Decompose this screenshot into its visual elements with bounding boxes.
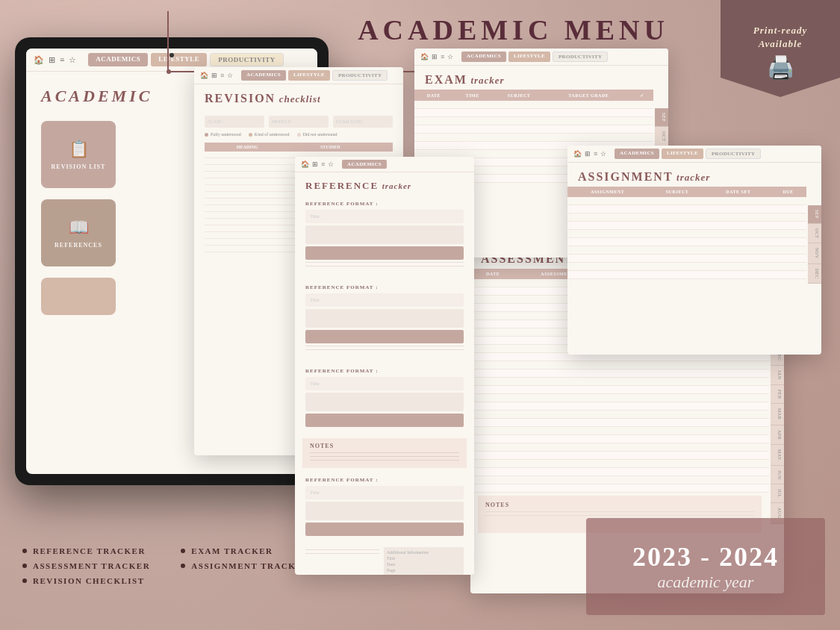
title-field-4[interactable]: Title <box>305 486 464 499</box>
add-info-row: Para <box>387 574 461 575</box>
bullet-exam: EXAM TRACKER <box>181 546 309 555</box>
table-row <box>414 117 653 125</box>
author-field-4[interactable] <box>305 523 464 536</box>
exam-date-field[interactable]: EXAM DATE : <box>333 116 393 128</box>
exam-productivity-tab[interactable]: PRODUCTIVITY <box>553 52 608 62</box>
rev-productivity-tab[interactable]: PRODUCTIVITY <box>332 70 388 81</box>
grid-icon[interactable]: ⊞ <box>49 55 55 65</box>
connection-dot <box>167 69 171 74</box>
table-row <box>414 109 653 117</box>
table-row <box>470 411 769 419</box>
assignment-page: 🏠 ⊞ ≡ ☆ ACADEMICS LIFESTYLE PRODUCTIVITY… <box>567 146 821 355</box>
title-field-2[interactable]: Title <box>305 293 464 307</box>
menu-icon[interactable]: ≡ <box>60 55 64 65</box>
revision-nav-tabs: ACADEMICS LIFESTYLE PRODUCTIVITY <box>241 70 388 81</box>
legend-full: Fully understood <box>205 132 241 137</box>
add-info-right: Additional Information Title Date Page P… <box>384 547 464 575</box>
academics-tab[interactable]: ACADEMICS <box>88 53 148 66</box>
table-row <box>470 427 769 435</box>
ref-grid-icon[interactable]: ⊞ <box>312 160 318 168</box>
asgn-tab-oct[interactable]: OCT <box>808 224 821 244</box>
exam-home-icon[interactable]: 🏠 <box>420 53 429 60</box>
asmt-tab-jul[interactable]: JUL <box>771 484 784 503</box>
author-field-2[interactable] <box>305 330 464 343</box>
ref-area-4[interactable] <box>305 502 464 520</box>
rev-home-icon[interactable]: 🏠 <box>200 72 208 79</box>
reference-page: 🏠 ⊞ ≡ ☆ ACADEMICS REFERENCE tracker REFE… <box>295 157 474 575</box>
asmt-tab-may[interactable]: MAY <box>771 445 784 466</box>
exam-academics-tab[interactable]: ACADEMICS <box>461 52 506 62</box>
lifestyle-tab[interactable]: LIFESTYLE <box>151 53 207 66</box>
table-row <box>470 394 769 402</box>
author-field-3[interactable] <box>305 414 464 427</box>
asgn-academics-tab[interactable]: ACADEMICS <box>615 149 659 159</box>
asgn-lifestyle-tab[interactable]: LIFESTYLE <box>662 149 703 159</box>
home-icon[interactable]: 🏠 <box>34 55 44 65</box>
ref-nav-tabs: ACADEMICS <box>342 160 387 169</box>
title-field-3[interactable]: Title <box>305 377 464 390</box>
exam-grid-icon[interactable]: ⊞ <box>432 53 438 60</box>
rev-lifestyle-tab[interactable]: LIFESTYLE <box>288 70 330 81</box>
author-field-1[interactable] <box>305 246 464 260</box>
revision-icon: 📋 <box>69 140 89 159</box>
ref-section-3: REFERENCE FORMAT : Title <box>295 362 474 435</box>
asgn-tab-nov[interactable]: NOV <box>808 243 821 264</box>
legend-not: Did not understand <box>297 132 337 137</box>
rev-star-icon[interactable]: ☆ <box>227 72 233 79</box>
exam-star-icon[interactable]: ☆ <box>447 53 453 60</box>
ref-section-1: REFERENCE FORMAT : Title <box>295 195 474 275</box>
ref-home-icon[interactable]: 🏠 <box>301 160 309 168</box>
ref-line <box>305 266 464 266</box>
rev-academics-tab[interactable]: ACADEMICS <box>241 70 286 81</box>
print-badge-text: Print-ready Available <box>753 24 807 51</box>
revision-nav-icons: 🏠 ⊞ ≡ ☆ <box>200 72 233 79</box>
ref-area-2[interactable] <box>305 309 464 328</box>
table-row <box>414 125 653 134</box>
asgn-home-icon[interactable]: 🏠 <box>573 150 582 158</box>
productivity-tab[interactable]: PRODUCTIVITY <box>210 53 284 66</box>
ref-section-2: REFERENCE FORMAT : Title <box>295 278 474 359</box>
ref-academics-tab[interactable]: ACADEMICS <box>342 160 387 169</box>
asgn-productivity-tab[interactable]: PRODUCTIVITY <box>706 149 761 159</box>
notes-label: NOTES <box>310 443 459 449</box>
ref-line <box>310 460 459 461</box>
asgn-tab-dec[interactable]: DEC <box>808 264 821 284</box>
asgn-grid-icon[interactable]: ⊞ <box>585 150 591 158</box>
revision-card[interactable]: 📋 REVISION LIST <box>41 121 116 188</box>
nav-tabs: ACADEMICS LIFESTYLE PRODUCTIVITY <box>88 53 284 66</box>
bullet-revision: REVISION CHECKLIST <box>22 576 151 585</box>
references-card[interactable]: 📖 REFERENCES <box>41 199 116 266</box>
module-field[interactable]: MODULE : <box>269 116 329 128</box>
title-field-1[interactable]: Title <box>305 210 464 223</box>
ref-star-icon[interactable]: ☆ <box>328 160 334 168</box>
exam-tab-oct[interactable]: OCT <box>655 127 668 147</box>
bullet-section: REFERENCE TRACKER EXAM TRACKER ASSESSMEN… <box>22 546 310 585</box>
col-studied: STUDIED <box>290 143 370 152</box>
asmt-tab-jan[interactable]: JAN <box>771 366 784 385</box>
ref-line <box>485 515 754 516</box>
asmt-tab-mar[interactable]: MAR <box>771 404 784 425</box>
table-row <box>567 263 806 271</box>
exam-lifestyle-tab[interactable]: LIFESTYLE <box>508 52 550 62</box>
table-row <box>414 134 653 142</box>
rev-grid-icon[interactable]: ⊞ <box>211 72 217 79</box>
asgn-tab-sep[interactable]: SEP <box>808 205 821 224</box>
asgn-menu-icon[interactable]: ≡ <box>594 150 597 158</box>
add-info-left <box>305 547 379 575</box>
ref-format-label-3: REFERENCE FORMAT : <box>305 368 464 374</box>
ref-line <box>305 349 464 350</box>
extra-card[interactable] <box>41 278 116 315</box>
exam-menu-icon[interactable]: ≡ <box>441 53 444 60</box>
ref-area-3[interactable] <box>305 393 464 411</box>
asmt-tab-apr[interactable]: APR <box>771 425 784 445</box>
ref-area-1[interactable] <box>305 225 464 244</box>
exam-tab-sep[interactable]: SEP <box>655 108 668 127</box>
star-icon[interactable]: ☆ <box>69 55 76 65</box>
rev-menu-icon[interactable]: ≡ <box>220 72 224 79</box>
ref-menu-icon[interactable]: ≡ <box>321 160 325 168</box>
class-field[interactable]: CLASS : <box>205 116 264 128</box>
revision-nav: 🏠 ⊞ ≡ ☆ ACADEMICS LIFESTYLE PRODUCTIVITY <box>194 67 403 84</box>
asmt-tab-feb[interactable]: FEB <box>771 385 784 405</box>
asmt-tab-jun[interactable]: JUN <box>771 466 784 485</box>
asgn-star-icon[interactable]: ☆ <box>600 150 606 158</box>
